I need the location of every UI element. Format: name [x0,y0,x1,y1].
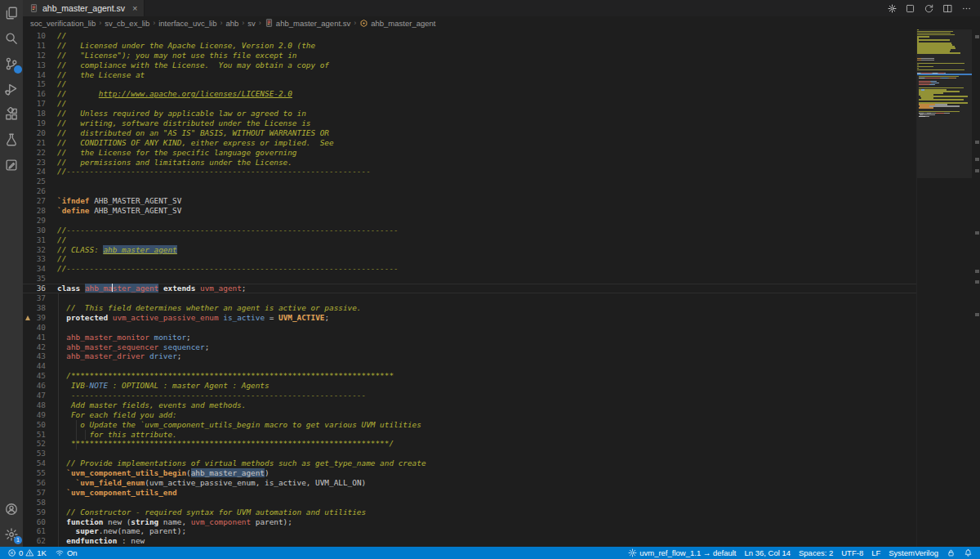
code-line-42[interactable]: 42 ahb_master_sequencer sequencer; [23,342,916,352]
connection-status[interactable]: On [51,547,82,559]
code-line-28[interactable]: 28`define AHB_MASTER_AGENT_SV [23,206,916,216]
line-number[interactable]: 52 [23,439,46,449]
code-line-43[interactable]: 43 ahb_master_driver driver; [23,351,916,361]
code-line-11[interactable]: 11// Licensed under the Apache License, … [23,41,916,51]
line-number[interactable]: 13 [23,60,46,70]
line-number[interactable]: 53 [23,449,46,458]
code-line-35[interactable]: 35 [23,274,916,284]
language-mode[interactable]: SystemVerilog [884,547,942,559]
line-number[interactable]: 58 [23,498,46,508]
code-line-26[interactable]: 26 [23,186,916,196]
line-number[interactable]: 28 [23,206,46,216]
code-line-56[interactable]: 56 `uvm_field_enum(uvm_active_passive_en… [23,478,916,488]
line-number[interactable]: 37 [23,293,46,303]
activity-testing-button[interactable] [0,127,23,152]
tab-ahb-master-agent-sv[interactable]: ahb_master_agent.sv × [23,0,145,16]
code-line-41[interactable]: 41 ahb_master_monitor monitor; [23,333,916,342]
line-number[interactable]: 35 [23,274,46,284]
code-line-13[interactable]: 13// compliance with the License. You ma… [23,60,916,70]
line-number[interactable]: 59 [23,508,46,517]
code-line-50[interactable]: 50 o Update the `uvm_component_utils_beg… [23,420,916,430]
code-line-14[interactable]: 14// the License at [23,70,916,80]
line-number[interactable]: 45 [23,371,46,381]
line-number[interactable]: 42 [23,342,46,352]
code-area[interactable]: 10//11// Licensed under the Apache Licen… [23,31,916,546]
activity-source-control-button[interactable] [0,51,23,76]
line-number[interactable]: 33 [23,254,46,264]
code-line-54[interactable]: 54 // Provide implementations of virtual… [23,458,916,468]
code-line-31[interactable]: 31// [23,235,916,245]
code-line-40[interactable]: 40 [23,323,916,333]
code-line-53[interactable]: 53 [23,449,916,458]
line-number[interactable]: 27 [23,196,46,206]
line-number[interactable]: 36 [23,284,46,293]
code-line-52[interactable]: 52 *************************************… [23,439,916,449]
workspace-trust[interactable] [942,547,960,559]
line-number[interactable]: 17 [23,99,46,109]
line-number[interactable]: 26 [23,186,46,196]
activity-settings-gear-button[interactable]: 1 [0,521,23,547]
code-line-12[interactable]: 12// "License"); you may not use this fi… [23,51,916,60]
line-number[interactable]: 60 [23,517,46,527]
line-number[interactable]: 49 [23,410,46,420]
line-number[interactable]: 25 [23,177,46,186]
code-line-23[interactable]: 23// permissions and limitations under t… [23,158,916,168]
code-line-19[interactable]: 19// writing, software distributed under… [23,119,916,128]
line-number[interactable]: 20 [23,128,46,138]
code-line-55[interactable]: 55 `uvm_component_utils_begin(ahb_master… [23,468,916,478]
line-number[interactable]: 11 [23,41,46,51]
env-indicator[interactable]: uvm_ref_flow_1.1 → default [624,547,740,559]
indentation[interactable]: Spaces: 2 [795,547,837,559]
line-number[interactable]: 61 [23,526,46,536]
code-line-39[interactable]: 39 protected uvm_active_passive_enum is_… [23,313,916,323]
line-number[interactable]: 10 [23,31,46,41]
line-number[interactable]: 31 [23,235,46,245]
line-number[interactable]: 15 [23,79,46,89]
code-line-51[interactable]: 51 for this attribute. [23,430,916,440]
code-line-38[interactable]: 38 // This field determines whether an a… [23,303,916,313]
close-icon[interactable]: × [132,3,137,13]
code-line-25[interactable]: 25 [23,177,916,186]
code-line-61[interactable]: 61 super.new(name, parent); [23,526,916,536]
line-number[interactable]: 50 [23,420,46,430]
line-number[interactable]: 23 [23,158,46,168]
breadcrumb-item-sv-cb-ex-lib[interactable]: sv_cb_ex_lib [105,19,149,28]
minimap-slider[interactable] [917,29,972,178]
breadcrumb-item-soc-verification-lib[interactable]: soc_verification_lib [30,19,96,28]
line-number[interactable]: 51 [23,430,46,440]
line-number[interactable]: 41 [23,333,46,342]
breadcrumb-item-ahb-master-agent-sv[interactable]: ahb_master_agent.sv [265,18,350,28]
more-actions-icon[interactable] [961,3,972,14]
code-line-45[interactable]: 45 /************************************… [23,371,916,381]
line-number[interactable]: 12 [23,51,46,60]
code-line-36[interactable]: 36class ahb_master_agent extends uvm_age… [23,284,916,293]
code-line-15[interactable]: 15// [23,79,916,89]
breadcrumb-item-sv[interactable]: sv [247,19,256,28]
line-number[interactable]: 19 [23,119,46,128]
activity-account-button[interactable] [0,496,23,521]
code-line-20[interactable]: 20// distributed on an "AS IS" BASIS, WI… [23,128,916,138]
sync-icon[interactable] [924,3,934,14]
line-number[interactable]: 24 [23,167,46,177]
line-number[interactable]: 16 [23,89,46,99]
code-line-59[interactable]: 59 // Constructor - required syntax for … [23,508,916,517]
line-number[interactable]: 56 [23,478,46,488]
line-number[interactable]: 57 [23,488,46,498]
code-line-62[interactable]: 62 endfunction : new [23,536,916,546]
line-number[interactable]: 30 [23,226,46,235]
code-line-27[interactable]: 27`ifndef AHB_MASTER_AGENT_SV [23,196,916,206]
activity-search-button[interactable] [0,25,23,51]
code-line-46[interactable]: 46 IVB-NOTE : OPTIONAL : master Agent : … [23,381,916,391]
code-line-60[interactable]: 60 function new (string name, uvm_compon… [23,517,916,527]
code-line-48[interactable]: 48 Add master fields, events and methods… [23,400,916,410]
line-number[interactable]: 48 [23,400,46,410]
code-line-34[interactable]: 34//------------------------------------… [23,264,916,274]
breadcrumb-item-interface-uvc-lib[interactable]: interface_uvc_lib [158,19,216,28]
line-number[interactable]: 44 [23,361,46,371]
line-number[interactable]: 47 [23,391,46,400]
line-number[interactable]: 38 [23,303,46,313]
line-number[interactable]: 46 [23,381,46,391]
line-number[interactable]: 43 [23,351,46,361]
cursor-position[interactable]: Ln 36, Col 14 [740,547,795,559]
code-line-57[interactable]: 57 `uvm_component_utils_end [23,488,916,498]
